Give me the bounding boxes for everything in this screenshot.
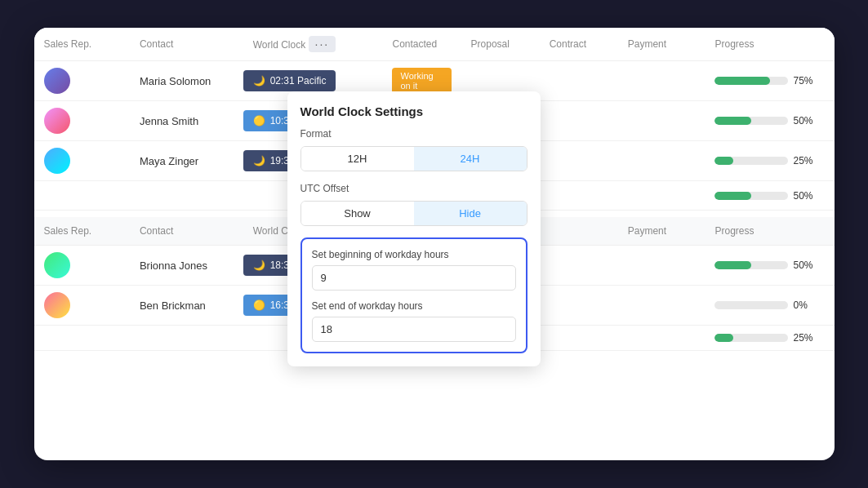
format-label: Format — [300, 128, 527, 140]
world-clock-settings-popup: World Clock Settings Format 12H 24H UTC … — [287, 91, 541, 366]
workday-start-input[interactable] — [312, 265, 516, 291]
utc-hide-button[interactable]: Hide — [414, 202, 527, 225]
format-24h-button[interactable]: 24H — [414, 147, 527, 171]
workday-start-label: Set beginning of workday hours — [312, 249, 516, 260]
format-toggle-group: 12H 24H — [300, 146, 527, 171]
workday-end-label: Set end of workday hours — [312, 300, 516, 312]
main-card: Sales Rep. Contact World Clock ··· Conta… — [34, 28, 835, 460]
workday-end-input[interactable] — [312, 317, 516, 342]
utc-toggle-group: Show Hide — [300, 201, 527, 226]
popup-title: World Clock Settings — [300, 104, 527, 118]
workday-hours-box: Set beginning of workday hours Set end o… — [300, 237, 527, 353]
popup-overlay: World Clock Settings Format 12H 24H UTC … — [34, 28, 835, 460]
utc-label: UTC Offset — [300, 183, 527, 194]
utc-show-button[interactable]: Show — [301, 202, 414, 225]
format-12h-button[interactable]: 12H — [301, 147, 414, 171]
